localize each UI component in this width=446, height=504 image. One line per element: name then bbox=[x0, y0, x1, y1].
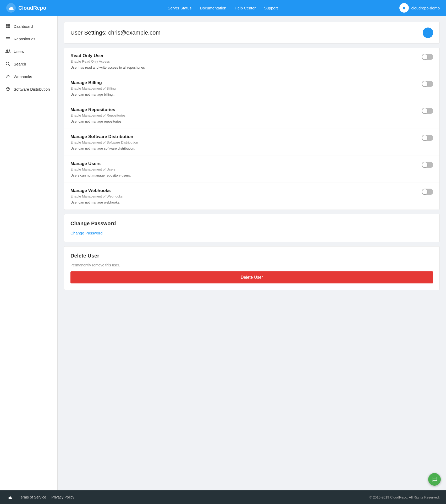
nav-server-status[interactable]: Server Status bbox=[168, 6, 191, 10]
setting-subtitle-manage-repositories: Enable Management of Repositories bbox=[70, 113, 417, 117]
dashboard-icon bbox=[5, 24, 10, 29]
sidebar-item-repositories[interactable]: Repositories bbox=[0, 32, 57, 45]
header-logo-text: CloudRepo bbox=[18, 5, 46, 11]
delete-user-section: Delete User Permanently remove this user… bbox=[64, 246, 440, 290]
header-logo[interactable]: CloudRepo bbox=[6, 3, 46, 13]
software-distribution-icon bbox=[5, 86, 10, 92]
sidebar-item-software-distribution[interactable]: Software Distribution bbox=[0, 83, 57, 95]
toggle-wrapper-manage-webhooks[interactable] bbox=[422, 189, 433, 195]
svg-rect-1 bbox=[6, 24, 8, 26]
svg-rect-2 bbox=[8, 24, 10, 26]
setting-subtitle-read-only-user: Enable Read Only Access bbox=[70, 59, 417, 63]
toggle-wrapper-manage-billing[interactable] bbox=[422, 81, 433, 87]
setting-row-manage-repositories: Manage Repositories Enable Management of… bbox=[64, 102, 439, 129]
toggle-manage-repositories[interactable] bbox=[422, 108, 433, 114]
sidebar-label-users: Users bbox=[14, 49, 24, 54]
footer-logo-icon bbox=[6, 494, 14, 501]
header-user[interactable]: ● cloudrepo-demo bbox=[399, 3, 440, 13]
sidebar-label-search: Search bbox=[14, 62, 26, 66]
setting-info-manage-webhooks: Manage Webhooks Enable Management of Web… bbox=[70, 188, 417, 204]
footer-copyright: © 2016-2019 CloudRepo. All Rights Reserv… bbox=[370, 495, 440, 499]
setting-title-manage-webhooks: Manage Webhooks bbox=[70, 188, 417, 193]
nav-documentation[interactable]: Documentation bbox=[200, 6, 226, 10]
svg-point-9 bbox=[9, 50, 10, 51]
webhooks-icon bbox=[5, 74, 10, 79]
setting-title-read-only-user: Read Only User bbox=[70, 53, 417, 58]
setting-desc-manage-repositories: User can not manage repositories. bbox=[70, 119, 417, 123]
chat-icon bbox=[431, 476, 438, 483]
change-password-section: Change Password Change Password bbox=[64, 214, 440, 242]
setting-title-manage-software-distribution: Manage Software Distribution bbox=[70, 134, 417, 139]
sidebar-item-dashboard[interactable]: Dashboard bbox=[0, 20, 57, 32]
setting-title-manage-billing: Manage Billing bbox=[70, 80, 417, 85]
setting-subtitle-manage-software-distribution: Enable Management of Software Distributi… bbox=[70, 140, 417, 144]
footer: Terms of Service Privacy Policy © 2016-2… bbox=[0, 490, 446, 504]
svg-point-8 bbox=[6, 50, 8, 52]
toggle-wrapper-manage-users[interactable] bbox=[422, 162, 433, 168]
sidebar: Dashboard Repositories User bbox=[0, 16, 58, 490]
svg-rect-3 bbox=[6, 26, 8, 28]
delete-user-subtitle: Permanently remove this user. bbox=[70, 263, 433, 267]
footer-logo bbox=[6, 494, 14, 501]
setting-desc-manage-software-distribution: User can not manage software distributio… bbox=[70, 146, 417, 150]
setting-title-manage-users: Manage Users bbox=[70, 161, 417, 166]
toggle-wrapper-manage-software-distribution[interactable] bbox=[422, 135, 433, 141]
back-button[interactable]: ← bbox=[423, 28, 433, 38]
setting-row-manage-billing: Manage Billing Enable Management of Bill… bbox=[64, 75, 439, 102]
cloudrepo-logo-icon bbox=[6, 3, 16, 13]
toggle-manage-webhooks[interactable] bbox=[422, 189, 433, 195]
search-icon bbox=[5, 61, 10, 67]
footer-privacy-link[interactable]: Privacy Policy bbox=[51, 495, 74, 499]
main-content: User Settings: chris@example.com ← Read … bbox=[58, 16, 446, 504]
svg-line-11 bbox=[9, 65, 10, 66]
svg-rect-14 bbox=[433, 479, 434, 479]
nav-support[interactable]: Support bbox=[264, 6, 278, 10]
sidebar-label-repositories: Repositories bbox=[14, 37, 35, 41]
toggle-wrapper-read-only-user[interactable] bbox=[422, 54, 433, 60]
header-nav: Server Status Documentation Help Center … bbox=[168, 6, 278, 10]
sidebar-label-webhooks: Webhooks bbox=[14, 74, 32, 79]
setting-row-manage-users: Manage Users Enable Management of Users … bbox=[64, 156, 439, 183]
svg-rect-6 bbox=[6, 39, 10, 39]
setting-desc-read-only-user: User has read and write access to all re… bbox=[70, 65, 417, 69]
footer-terms-link[interactable]: Terms of Service bbox=[19, 495, 46, 499]
page-title: User Settings: chris@example.com bbox=[70, 29, 161, 36]
toggle-wrapper-manage-repositories[interactable] bbox=[422, 108, 433, 114]
delete-user-button[interactable]: Delete User bbox=[70, 271, 433, 283]
sidebar-item-users[interactable]: Users bbox=[0, 45, 57, 58]
svg-rect-16 bbox=[435, 479, 436, 479]
chat-button[interactable] bbox=[428, 473, 441, 486]
setting-info-read-only-user: Read Only User Enable Read Only Access U… bbox=[70, 53, 417, 69]
setting-info-manage-billing: Manage Billing Enable Management of Bill… bbox=[70, 80, 417, 96]
users-icon bbox=[5, 49, 10, 54]
svg-rect-5 bbox=[6, 37, 10, 38]
sidebar-item-webhooks[interactable]: Webhooks bbox=[0, 70, 57, 83]
setting-row-manage-software-distribution: Manage Software Distribution Enable Mana… bbox=[64, 129, 439, 156]
svg-rect-7 bbox=[6, 40, 10, 40]
sidebar-label-software-distribution: Software Distribution bbox=[14, 87, 50, 91]
sidebar-item-search[interactable]: Search bbox=[0, 58, 57, 70]
setting-subtitle-manage-webhooks: Enable Management of Webhooks bbox=[70, 194, 417, 198]
change-password-link[interactable]: Change Password bbox=[70, 231, 103, 235]
svg-rect-4 bbox=[8, 26, 10, 28]
repositories-icon bbox=[5, 36, 10, 41]
svg-rect-15 bbox=[434, 479, 435, 479]
delete-user-title: Delete User bbox=[70, 253, 433, 259]
toggle-manage-users[interactable] bbox=[422, 162, 433, 168]
user-avatar-icon: ● bbox=[399, 3, 409, 13]
setting-row-manage-webhooks: Manage Webhooks Enable Management of Web… bbox=[64, 183, 439, 210]
nav-help-center[interactable]: Help Center bbox=[235, 6, 256, 10]
setting-info-manage-repositories: Manage Repositories Enable Management of… bbox=[70, 107, 417, 123]
setting-desc-manage-billing: User can not manage billing.. bbox=[70, 92, 417, 96]
setting-subtitle-manage-users: Enable Management of Users bbox=[70, 167, 417, 171]
main-layout: Dashboard Repositories User bbox=[0, 16, 446, 504]
toggle-read-only-user[interactable] bbox=[422, 54, 433, 60]
header: CloudRepo Server Status Documentation He… bbox=[0, 0, 446, 16]
toggle-manage-software-distribution[interactable] bbox=[422, 135, 433, 141]
toggle-manage-billing[interactable] bbox=[422, 81, 433, 87]
setting-info-manage-software-distribution: Manage Software Distribution Enable Mana… bbox=[70, 134, 417, 150]
settings-card: Read Only User Enable Read Only Access U… bbox=[64, 48, 440, 210]
setting-info-manage-users: Manage Users Enable Management of Users … bbox=[70, 161, 417, 177]
setting-subtitle-manage-billing: Enable Management of Billing bbox=[70, 86, 417, 90]
setting-desc-manage-users: Users can not manage repository users. bbox=[70, 173, 417, 177]
